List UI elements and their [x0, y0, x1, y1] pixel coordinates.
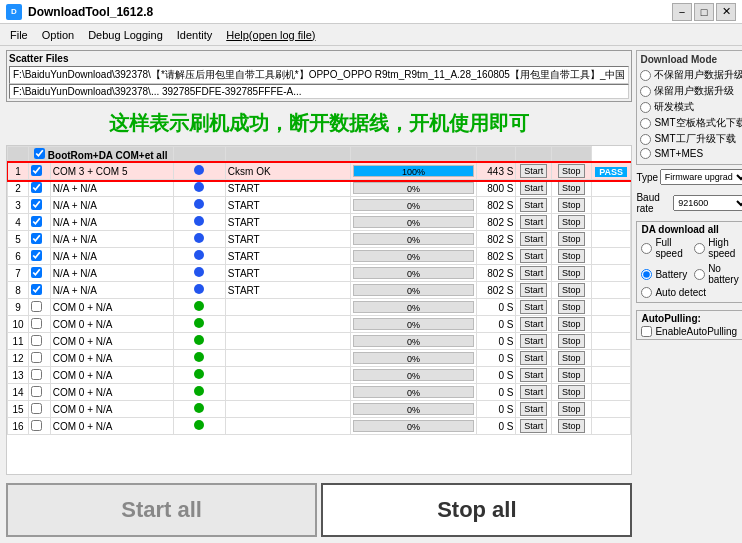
stop-button-13[interactable]: Stop	[558, 368, 585, 382]
row-checkbox-13[interactable]	[31, 369, 42, 380]
da-auto-detect-radio[interactable]	[641, 287, 652, 298]
stop-button-3[interactable]: Stop	[558, 198, 585, 212]
success-banner: 这样表示刷机成功，断开数据线，开机使用即可	[6, 106, 632, 141]
start-button-12[interactable]: Start	[520, 351, 547, 365]
table-row-checkbox-16	[28, 418, 50, 435]
stop-button-4[interactable]: Stop	[558, 215, 585, 229]
da-title: DA download all	[641, 224, 742, 235]
download-mode-section: Download Mode 不保留用户数据升级 保留用户数据升级 研发模式 SM…	[636, 50, 742, 165]
start-button-8[interactable]: Start	[520, 283, 547, 297]
stop-all-button[interactable]: Stop all	[321, 483, 632, 537]
dm-radio-0[interactable]	[640, 70, 651, 81]
table-row-progress-12: 0%	[351, 350, 476, 367]
minimize-button[interactable]: −	[672, 3, 692, 21]
maximize-button[interactable]: □	[694, 3, 714, 21]
row-checkbox-14[interactable]	[31, 386, 42, 397]
row-checkbox-1[interactable]	[31, 165, 42, 176]
col-header-progress	[225, 147, 350, 163]
table-row-dot-10	[173, 316, 225, 333]
stop-button-5[interactable]: Stop	[558, 232, 585, 246]
stop-button-9[interactable]: Stop	[558, 300, 585, 314]
row-checkbox-12[interactable]	[31, 352, 42, 363]
menu-option[interactable]: Option	[36, 27, 80, 43]
blue-dot-6	[194, 250, 204, 260]
table-row-dot-14	[173, 384, 225, 401]
dm-radio-3[interactable]	[640, 118, 651, 129]
row-checkbox-16[interactable]	[31, 420, 42, 431]
row-checkbox-11[interactable]	[31, 335, 42, 346]
stop-button-16[interactable]: Stop	[558, 419, 585, 433]
da-full-speed-radio[interactable]	[641, 243, 652, 254]
stop-button-7[interactable]: Stop	[558, 266, 585, 280]
enable-auto-pulling-checkbox[interactable]	[641, 326, 652, 337]
start-button-14[interactable]: Start	[520, 385, 547, 399]
table-row-stop-cell-7: Stop	[551, 265, 591, 282]
stop-button-8[interactable]: Stop	[558, 283, 585, 297]
menu-debug-logging[interactable]: Debug Logging	[82, 27, 169, 43]
row-checkbox-5[interactable]	[31, 233, 42, 244]
table-row-checkbox-8	[28, 282, 50, 299]
table-row-com-5: N/A + N/A	[50, 231, 173, 248]
table-row-time-9: 0 S	[476, 299, 516, 316]
menu-help[interactable]: Help(open log file)	[220, 27, 321, 43]
start-all-button[interactable]: Start all	[6, 483, 317, 537]
stop-button-10[interactable]: Stop	[558, 317, 585, 331]
menu-file[interactable]: File	[4, 27, 34, 43]
dm-radio-5[interactable]	[640, 148, 651, 159]
start-button-5[interactable]: Start	[520, 232, 547, 246]
dm-radio-4[interactable]	[640, 134, 651, 145]
start-button-9[interactable]: Start	[520, 300, 547, 314]
close-button[interactable]: ✕	[716, 3, 736, 21]
da-high-speed-radio[interactable]	[694, 243, 705, 254]
stop-button-1[interactable]: Stop	[558, 164, 585, 178]
table-row-com-9: COM 0 + N/A	[50, 299, 173, 316]
stop-button-2[interactable]: Stop	[558, 181, 585, 195]
start-button-3[interactable]: Start	[520, 198, 547, 212]
table-row-num-12: 12	[8, 350, 29, 367]
row-checkbox-6[interactable]	[31, 250, 42, 261]
table-row-num-3: 3	[8, 197, 29, 214]
row-checkbox-7[interactable]	[31, 267, 42, 278]
start-button-15[interactable]: Start	[520, 402, 547, 416]
select-all-checkbox[interactable]	[34, 148, 45, 159]
start-button-1[interactable]: Start	[520, 164, 547, 178]
stop-button-15[interactable]: Stop	[558, 402, 585, 416]
start-button-10[interactable]: Start	[520, 317, 547, 331]
start-button-7[interactable]: Start	[520, 266, 547, 280]
start-button-16[interactable]: Start	[520, 419, 547, 433]
table-row-time-13: 0 S	[476, 367, 516, 384]
enable-auto-pulling-row: EnableAutoPulling	[641, 326, 742, 337]
row-checkbox-9[interactable]	[31, 301, 42, 312]
da-no-battery-radio[interactable]	[694, 269, 705, 280]
start-button-2[interactable]: Start	[520, 181, 547, 195]
table-row-com-10: COM 0 + N/A	[50, 316, 173, 333]
table-row-status-6: START	[225, 248, 350, 265]
table-row-stop-cell-3: Stop	[551, 197, 591, 214]
stop-button-12[interactable]: Stop	[558, 351, 585, 365]
stop-button-6[interactable]: Stop	[558, 249, 585, 263]
row-checkbox-10[interactable]	[31, 318, 42, 329]
menu-identity[interactable]: Identity	[171, 27, 218, 43]
row-checkbox-8[interactable]	[31, 284, 42, 295]
row-checkbox-4[interactable]	[31, 216, 42, 227]
dm-radio-1[interactable]	[640, 86, 651, 97]
stop-button-11[interactable]: Stop	[558, 334, 585, 348]
table-row-status-1: Cksm OK	[225, 163, 350, 180]
table-row-status-8: START	[225, 282, 350, 299]
dm-radio-2[interactable]	[640, 102, 651, 113]
da-battery-radio[interactable]	[641, 269, 652, 280]
dm-label-2: 研发模式	[654, 100, 694, 114]
start-button-11[interactable]: Start	[520, 334, 547, 348]
baud-rate-select[interactable]: 921600	[673, 195, 742, 211]
start-button-4[interactable]: Start	[520, 215, 547, 229]
stop-button-14[interactable]: Stop	[558, 385, 585, 399]
table-row-num-13: 13	[8, 367, 29, 384]
row-checkbox-15[interactable]	[31, 403, 42, 414]
row-checkbox-3[interactable]	[31, 199, 42, 210]
da-battery: Battery	[641, 263, 692, 285]
start-button-13[interactable]: Start	[520, 368, 547, 382]
row-checkbox-2[interactable]	[31, 182, 42, 193]
start-button-6[interactable]: Start	[520, 249, 547, 263]
type-select[interactable]: Firmware upgrade	[660, 169, 742, 185]
table-row-status-7: START	[225, 265, 350, 282]
